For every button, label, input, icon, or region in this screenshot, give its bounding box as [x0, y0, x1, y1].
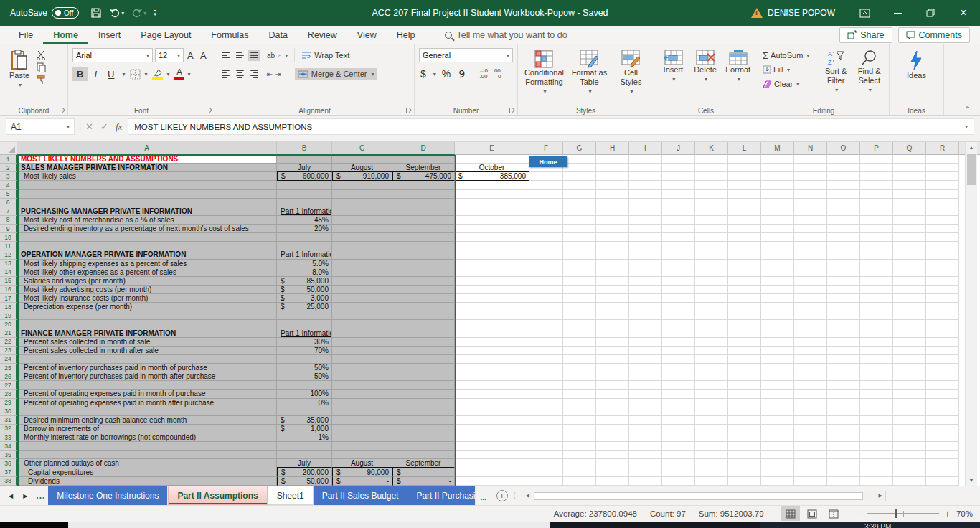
cell-P34[interactable] — [860, 442, 893, 451]
column-header-D[interactable]: D — [392, 142, 455, 155]
cell-L11[interactable] — [728, 242, 761, 250]
cell-R4[interactable] — [926, 181, 959, 189]
column-header-M[interactable]: M — [761, 142, 794, 155]
cell-A5[interactable] — [17, 190, 277, 199]
cell-A24[interactable] — [17, 355, 277, 364]
cell-G4[interactable] — [563, 181, 596, 189]
cell-K13[interactable] — [695, 260, 728, 268]
cell-K33[interactable] — [695, 433, 728, 442]
zoom-out-icon[interactable]: − — [856, 508, 862, 519]
formula-bar-expand-icon[interactable]: ▾ — [965, 123, 968, 130]
cell-R38[interactable] — [926, 477, 959, 486]
orientation-button[interactable]: ab→ — [267, 52, 281, 60]
cell-R16[interactable] — [926, 286, 959, 294]
cell-F25[interactable] — [529, 364, 563, 372]
cell-C8[interactable] — [332, 216, 392, 225]
cell-K21[interactable] — [695, 329, 728, 338]
cell-K6[interactable] — [695, 199, 728, 207]
font-color-button[interactable]: A — [174, 69, 184, 80]
cell-Q30[interactable] — [893, 407, 926, 416]
cell-F19[interactable] — [529, 311, 563, 320]
cell-P11[interactable] — [860, 242, 893, 250]
zoom-slider-thumb[interactable] — [895, 509, 897, 518]
row-header-29[interactable]: 29 — [0, 399, 17, 407]
cell-F32[interactable] — [529, 425, 563, 433]
cell-I14[interactable] — [629, 268, 662, 277]
cell-L27[interactable] — [728, 381, 761, 390]
cell-C31[interactable] — [332, 416, 392, 425]
clear-button[interactable]: Clear▾ — [761, 77, 819, 90]
cell-B11[interactable] — [277, 242, 332, 250]
cell-B12[interactable]: Part 1 Information — [277, 250, 332, 259]
cell-O35[interactable] — [827, 451, 860, 459]
cell-K28[interactable] — [695, 390, 728, 398]
cell-A23[interactable]: Percent sales collected in month after s… — [17, 346, 277, 355]
cell-N32[interactable] — [794, 425, 827, 433]
column-header-N[interactable]: N — [794, 142, 827, 155]
cell-J3[interactable] — [662, 172, 695, 181]
cell-L34[interactable] — [728, 442, 761, 451]
row-header-13[interactable]: 13 — [0, 260, 17, 268]
cell-D17[interactable] — [392, 294, 455, 303]
cell-N12[interactable] — [794, 250, 827, 259]
cell-E35[interactable] — [455, 451, 529, 459]
cell-M25[interactable] — [761, 364, 794, 372]
save-button[interactable] — [90, 7, 102, 19]
cell-I10[interactable] — [629, 233, 662, 242]
sheet-tab-overflow-left-icon[interactable]: ... — [36, 486, 48, 505]
sheet-tab-part-ii-purchasi[interactable]: Part II Purchasi — [407, 486, 476, 505]
cell-A38[interactable]: Dividends — [17, 477, 277, 486]
bottom-align-button[interactable] — [248, 50, 260, 62]
cell-Q2[interactable] — [893, 164, 926, 172]
cell-C14[interactable] — [332, 268, 392, 277]
cell-J4[interactable] — [662, 181, 695, 189]
row-header-27[interactable]: 27 — [0, 381, 17, 390]
home-shape-button[interactable]: Home — [529, 156, 567, 167]
row-header-26[interactable]: 26 — [0, 372, 17, 381]
cell-R17[interactable] — [926, 294, 959, 303]
cell-M18[interactable] — [761, 303, 794, 311]
cell-O2[interactable] — [827, 164, 860, 172]
cell-Q29[interactable] — [893, 399, 926, 407]
cell-P36[interactable] — [860, 459, 893, 468]
cell-H9[interactable] — [596, 225, 629, 233]
cell-F12[interactable] — [529, 250, 563, 259]
cell-N11[interactable] — [794, 242, 827, 250]
cell-D18[interactable] — [392, 303, 455, 311]
cell-E15[interactable] — [455, 277, 529, 286]
cell-F7[interactable] — [529, 207, 563, 216]
restore-button[interactable] — [914, 0, 947, 26]
cell-M2[interactable] — [761, 164, 794, 172]
cell-J13[interactable] — [662, 260, 695, 268]
cell-Q16[interactable] — [893, 286, 926, 294]
cell-K18[interactable] — [695, 303, 728, 311]
cell-Q10[interactable] — [893, 233, 926, 242]
cell-A28[interactable]: Percent of operating expenses paid in mo… — [17, 390, 277, 398]
cell-H34[interactable] — [596, 442, 629, 451]
cell-O8[interactable] — [827, 216, 860, 225]
cell-A36[interactable]: Other planned outlays of cash — [17, 459, 277, 468]
cell-O32[interactable] — [827, 425, 860, 433]
cell-L19[interactable] — [728, 311, 761, 320]
cell-R30[interactable] — [926, 407, 959, 416]
cell-N34[interactable] — [794, 442, 827, 451]
cell-P9[interactable] — [860, 225, 893, 233]
cell-P29[interactable] — [860, 399, 893, 407]
cell-I17[interactable] — [629, 294, 662, 303]
cell-A3[interactable]: Most likely sales — [17, 172, 277, 181]
cut-button[interactable] — [36, 50, 47, 60]
cell-A25[interactable]: Percent of inventory purchases paid in m… — [17, 364, 277, 372]
cell-H1[interactable] — [596, 155, 629, 164]
cell-C33[interactable] — [332, 433, 392, 442]
column-header-L[interactable]: L — [728, 142, 761, 155]
cell-N24[interactable] — [794, 355, 827, 364]
cell-L20[interactable] — [728, 320, 761, 329]
font-size-select[interactable]: 12▾ — [155, 48, 184, 62]
cell-H4[interactable] — [596, 181, 629, 189]
number-dialog-launcher[interactable] — [509, 108, 515, 113]
cell-E20[interactable] — [455, 320, 529, 329]
cell-H25[interactable] — [596, 364, 629, 372]
cell-L1[interactable] — [728, 155, 761, 164]
format-painter-button[interactable] — [36, 75, 47, 85]
cell-D34[interactable] — [392, 442, 455, 451]
